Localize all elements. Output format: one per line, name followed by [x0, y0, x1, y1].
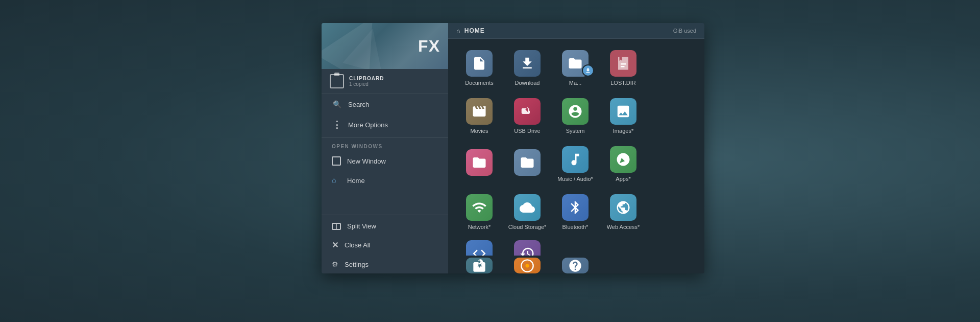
documents-icon — [466, 50, 493, 77]
music-label: Music / Audio* — [557, 176, 593, 182]
search-label: Search — [348, 101, 369, 108]
search-menu-item[interactable]: 🔍 Search — [322, 94, 448, 114]
usb-drive-icon — [514, 98, 541, 125]
settings-label: Settings — [345, 261, 369, 268]
cloud-label: Cloud Storage* — [508, 224, 547, 231]
main-label: Ma... — [569, 80, 581, 86]
lost-dir-label: LOST.DIR — [610, 80, 636, 86]
usb-drive-label: USB Drive — [514, 128, 540, 134]
webaccess-icon — [610, 194, 636, 221]
app-item-movies[interactable]: Movies — [456, 93, 502, 139]
app-item-apps[interactable]: Apps* — [600, 141, 646, 187]
system-icon — [562, 98, 589, 125]
lost-dir-icon — [610, 50, 636, 77]
partial-apps-row — [448, 256, 704, 273]
cloud-icon — [514, 194, 541, 221]
download-icon — [514, 50, 541, 77]
app-item-documents[interactable]: Documents — [456, 45, 502, 91]
right-header: ⌂ HOME GiB used — [448, 23, 704, 39]
app-item-music[interactable]: Music / Audio* — [552, 141, 598, 187]
search-icon: 🔍 — [332, 99, 342, 109]
split-view-label: Split View — [347, 222, 376, 230]
right-panel: ⌂ HOME GiB used Documents — [448, 23, 704, 273]
app-item-network[interactable]: Network* — [456, 189, 502, 235]
fxconnect-icon — [466, 240, 493, 256]
app-item-help-partial[interactable] — [552, 256, 598, 273]
app-item-webaccess[interactable]: Web Access* — [600, 189, 646, 235]
clipboard-title: CLIPBOARD — [349, 76, 384, 81]
storage-info: GiB used — [673, 28, 696, 34]
starred-icon — [466, 149, 493, 176]
app-item-download[interactable]: Download — [504, 45, 550, 91]
settings-item[interactable]: ⚙ Settings — [322, 255, 448, 273]
settings-icon: ⚙ — [332, 260, 338, 268]
app-item-bluetooth[interactable]: Bluetooth* — [552, 189, 598, 235]
apps-icon — [610, 146, 636, 173]
archive-partial-icon — [466, 258, 493, 273]
open-windows-label: OPEN WINDOWS — [322, 140, 448, 151]
more-options-icon: ⋮ — [332, 120, 342, 130]
split-view-item[interactable]: Split View — [322, 217, 448, 235]
app-item-folder2[interactable] — [504, 141, 550, 187]
download-label: Download — [515, 80, 540, 86]
app-item-system[interactable]: System — [552, 93, 598, 139]
recent-icon — [514, 240, 541, 256]
svg-point-3 — [526, 264, 529, 267]
movies-label: Movies — [471, 128, 488, 134]
network-icon — [466, 194, 493, 221]
app-item-cloud[interactable]: Cloud Storage* — [504, 189, 550, 235]
network-label: Network* — [468, 224, 491, 231]
images-icon — [610, 98, 636, 125]
movies-icon — [466, 98, 493, 125]
apps-label: Apps* — [616, 176, 630, 182]
browser-partial-icon — [514, 258, 541, 273]
more-options-menu-item[interactable]: ⋮ More Options — [322, 114, 448, 135]
music-icon — [562, 146, 589, 173]
documents-label: Documents — [465, 80, 494, 86]
clipboard-section[interactable]: CLIPBOARD 1 copied — [322, 69, 448, 94]
header-title: HOME — [464, 27, 485, 34]
close-all-label: Close All — [345, 241, 371, 249]
close-all-item[interactable]: ✕ Close All — [322, 235, 448, 255]
header-home-icon: ⌂ — [456, 27, 460, 35]
app-item-browser-partial[interactable] — [504, 256, 550, 273]
app-item-images[interactable]: Images* — [600, 93, 646, 139]
app-logo: FX — [418, 37, 440, 56]
close-all-icon: ✕ — [332, 240, 338, 250]
svg-rect-1 — [621, 66, 625, 67]
new-window-item[interactable]: New Window — [322, 151, 448, 171]
system-label: System — [566, 128, 585, 134]
app-item-main[interactable]: Ma... — [552, 45, 598, 91]
divider-1 — [322, 137, 448, 137]
bluetooth-icon — [562, 194, 589, 221]
app-item-recent[interactable]: Recent — [504, 237, 550, 256]
new-window-label: New Window — [347, 157, 386, 165]
split-view-icon — [332, 223, 341, 230]
clipboard-icon — [330, 74, 344, 88]
apps-grid: Documents Download Ma... — [448, 39, 704, 256]
bluetooth-label: Bluetooth* — [562, 224, 589, 231]
new-window-icon — [332, 156, 341, 166]
webaccess-label: Web Access* — [607, 224, 640, 231]
images-label: Images* — [613, 128, 633, 134]
app-item-archive-partial[interactable] — [456, 256, 502, 273]
more-options-label: More Options — [348, 121, 388, 129]
app-item-starred[interactable] — [456, 141, 502, 187]
left-panel: FX CLIPBOARD 1 copied 🔍 Search ⋮ More Op… — [322, 23, 448, 273]
home-label: Home — [347, 177, 365, 185]
help-partial-icon — [562, 258, 589, 273]
download-overlay-icon — [582, 64, 594, 77]
logo-area: FX — [322, 23, 448, 69]
divider-2 — [322, 215, 448, 215]
svg-rect-0 — [621, 63, 626, 65]
folder2-icon — [514, 149, 541, 176]
app-container: FX CLIPBOARD 1 copied 🔍 Search ⋮ More Op… — [322, 23, 704, 273]
app-item-fxconnect[interactable]: FX Connect* — [456, 237, 502, 256]
clipboard-subtitle: 1 copied — [349, 81, 384, 87]
app-item-lost-dir[interactable]: LOST.DIR — [600, 45, 646, 91]
app-item-usb-drive[interactable]: USB Drive — [504, 93, 550, 139]
home-nav-icon: ⌂ — [332, 176, 341, 185]
home-item[interactable]: ⌂ Home — [322, 171, 448, 190]
